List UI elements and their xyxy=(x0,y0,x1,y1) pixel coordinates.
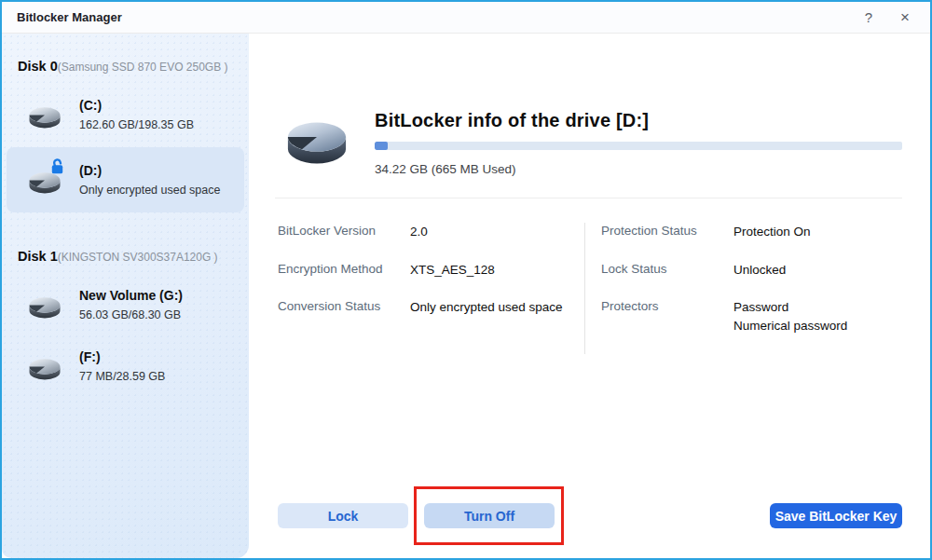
info-column-right: Protection Status Protection On Lock Sta… xyxy=(601,223,902,354)
info-column-left: BitLocker Version 2.0 Encryption Method … xyxy=(278,223,584,354)
volume-text: New Volume (G:) 56.03 GB/68.30 GB xyxy=(79,288,183,321)
sidebar-item-volume-d[interactable]: (D:) Only encrypted used space xyxy=(7,147,244,212)
info-row: BitLocker Version 2.0 xyxy=(278,223,584,241)
info-row: Lock Status Unlocked xyxy=(601,261,902,280)
drive-meta: BitLocker info of the drive [D:] 34.22 G… xyxy=(375,108,902,176)
page-title: BitLocker info of the drive [D:] xyxy=(375,110,902,131)
info-value: Protection On xyxy=(733,223,811,241)
volume-detail: Only encrypted used space xyxy=(79,184,220,197)
info-label: Conversion Status xyxy=(278,298,410,313)
disk-1-header: Disk 1(KINGSTON SV300S37A120G ) xyxy=(2,216,249,272)
drive-pie-icon xyxy=(282,108,351,171)
disk-icon xyxy=(26,165,63,196)
info-label: Encryption Method xyxy=(278,261,410,276)
sidebar-item-volume-g[interactable]: New Volume (G:) 56.03 GB/68.30 GB xyxy=(7,276,244,334)
sidebar-item-volume-f[interactable]: (F:) 77 MB/28.59 GB xyxy=(7,337,244,395)
titlebar-buttons: ? × xyxy=(865,9,910,25)
progress-fill xyxy=(375,142,388,150)
volume-detail: 77 MB/28.59 GB xyxy=(79,370,165,383)
info-label: Protection Status xyxy=(601,223,733,238)
info-label: BitLocker Version xyxy=(278,223,410,238)
info-label: Lock Status xyxy=(601,261,733,276)
lock-button[interactable]: Lock xyxy=(278,503,408,528)
main-panel: BitLocker info of the drive [D:] 34.22 G… xyxy=(249,34,930,558)
info-row: Protection Status Protection On xyxy=(601,223,902,241)
info-value: 2.0 xyxy=(410,223,428,241)
volume-label: (C:) xyxy=(79,98,194,113)
help-icon[interactable]: ? xyxy=(865,10,872,24)
window-title: Bitlocker Manager xyxy=(17,10,122,24)
volume-detail: 56.03 GB/68.30 GB xyxy=(79,308,183,321)
volume-text: (F:) 77 MB/28.59 GB xyxy=(79,349,165,383)
protector-line-1: Password xyxy=(733,298,847,317)
disk-icon xyxy=(26,351,63,382)
volume-text: (D:) Only encrypted used space xyxy=(79,163,220,197)
app-window: Bitlocker Manager ? × Disk 0(Samsung SSD… xyxy=(0,0,932,560)
disk-icon xyxy=(26,100,63,130)
title-bar: Bitlocker Manager ? × xyxy=(2,2,930,34)
info-grid: BitLocker Version 2.0 Encryption Method … xyxy=(278,223,902,354)
volume-label: (D:) xyxy=(79,163,220,178)
info-label: Protectors xyxy=(601,298,733,313)
usage-text: 34.22 GB (665 MB Used) xyxy=(375,162,902,176)
vertical-divider xyxy=(584,223,585,354)
sidebar-item-volume-c[interactable]: (C:) 162.60 GB/198.35 GB xyxy=(7,86,244,143)
drive-header: BitLocker info of the drive [D:] 34.22 G… xyxy=(282,108,902,176)
turn-off-button[interactable]: Turn Off xyxy=(424,503,555,528)
horizontal-divider xyxy=(275,198,902,198)
disk-name: Disk 1 xyxy=(18,249,58,264)
disk-icon xyxy=(26,290,63,321)
disk-0-header: Disk 0(Samsung SSD 870 EVO 250GB ) xyxy=(2,34,249,82)
volume-text: (C:) 162.60 GB/198.35 GB xyxy=(79,98,194,131)
save-bitlocker-key-button[interactable]: Save BitLocker Key xyxy=(770,503,902,528)
close-icon[interactable]: × xyxy=(900,9,910,25)
unlock-icon xyxy=(48,157,66,175)
info-value: Password Numerical password xyxy=(733,298,847,335)
volume-label: New Volume (G:) xyxy=(79,288,183,303)
capacity-progress-bar xyxy=(375,142,902,150)
info-row: Encryption Method XTS_AES_128 xyxy=(278,261,584,280)
info-value: Unlocked xyxy=(733,261,786,280)
volume-detail: 162.60 GB/198.35 GB xyxy=(79,118,194,131)
volume-label: (F:) xyxy=(79,349,165,364)
disk-model: (KINGSTON SV300S37A120G ) xyxy=(58,251,218,264)
info-value: XTS_AES_128 xyxy=(410,261,495,280)
protector-line-2: Numerical password xyxy=(733,317,847,335)
info-row: Conversion Status Only encrypted used sp… xyxy=(278,298,584,317)
info-row: Protectors Password Numerical password xyxy=(601,298,902,335)
disk-name: Disk 0 xyxy=(18,59,58,74)
sidebar: Disk 0(Samsung SSD 870 EVO 250GB ) (C:) … xyxy=(2,34,249,558)
disk-model: (Samsung SSD 870 EVO 250GB ) xyxy=(58,61,228,74)
info-value: Only encrypted used space xyxy=(410,298,563,317)
